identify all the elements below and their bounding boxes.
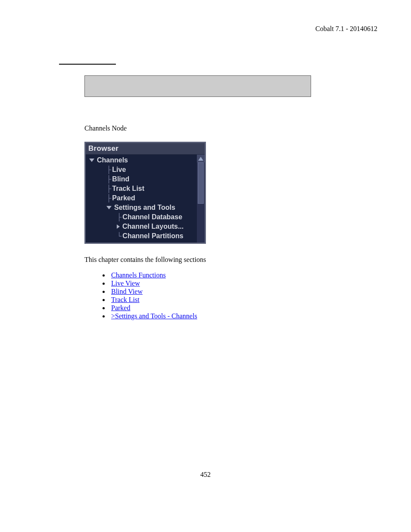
chevron-right-icon (117, 224, 120, 229)
tree-item-channels[interactable]: Channels (86, 156, 196, 165)
list-item: Live View (109, 280, 313, 287)
section-rule (59, 64, 116, 65)
list-item: Channels Functions (109, 271, 313, 279)
tree-label: Track List (112, 184, 144, 193)
content-area: Channels Node Browser Channels ├ Live ├ … (84, 75, 313, 327)
tree-item-live[interactable]: ├ Live (86, 165, 196, 174)
list-item: >Settings and Tools - Channels (109, 312, 313, 320)
link-settings-tools-channels[interactable]: >Settings and Tools - Channels (111, 312, 197, 320)
section-link-list: Channels Functions Live View Blind View … (84, 271, 313, 320)
tree-label: Channel Partitions (122, 231, 183, 241)
scroll-thumb[interactable] (198, 162, 204, 204)
up-arrow-icon (198, 157, 203, 161)
link-blind-view[interactable]: Blind View (111, 288, 143, 295)
chevron-down-icon (106, 206, 112, 209)
tree-item-blind[interactable]: ├ Blind (86, 174, 196, 184)
tree-branch-icon: ├ (106, 174, 111, 184)
tree-branch-end-icon: └ (117, 231, 121, 241)
scroll-up-button[interactable] (197, 155, 205, 162)
tree-branch-icon: ├ (117, 212, 121, 222)
list-item: Track List (109, 296, 313, 304)
tree-branch-icon: ├ (106, 165, 111, 174)
link-live-view[interactable]: Live View (111, 280, 140, 287)
chevron-down-icon (89, 159, 94, 162)
tree-branch-icon: ├ (106, 193, 111, 203)
intro-text: This chapter contains the following sect… (84, 256, 313, 264)
tree-branch-icon: ├ (106, 184, 111, 193)
tree-label: Channels (97, 156, 128, 165)
tree-item-parked[interactable]: ├ Parked (86, 193, 196, 203)
tree-item-channel-layouts[interactable]: Channel Layouts... (86, 222, 196, 231)
tree-label: Parked (112, 193, 135, 203)
tree-label: Blind (112, 174, 129, 184)
list-item: Parked (109, 304, 313, 312)
browser-scrollbar[interactable] (197, 155, 205, 243)
tree-label: Settings and Tools (114, 203, 175, 212)
browser-body: Channels ├ Live ├ Blind ├ Track List ├ P… (86, 155, 205, 243)
tree-item-channel-partitions[interactable]: └ Channel Partitions (86, 231, 196, 241)
link-parked[interactable]: Parked (111, 304, 130, 311)
tree-label: Channel Database (122, 212, 182, 222)
link-channels-functions[interactable]: Channels Functions (111, 271, 166, 279)
tree-item-channel-database[interactable]: ├ Channel Database (86, 212, 196, 222)
tree-label: Channel Layouts... (122, 222, 184, 231)
header-version: Cobalt 7.1 - 20140612 (315, 25, 377, 33)
tree-item-settings-tools[interactable]: Settings and Tools (86, 203, 196, 212)
browser-title: Browser (86, 143, 205, 155)
list-item: Blind View (109, 288, 313, 296)
empty-grey-box (84, 75, 311, 97)
browser-panel: Browser Channels ├ Live ├ Blind ├ Track … (84, 142, 206, 244)
page-number: 452 (0, 471, 411, 479)
figure-caption: Channels Node (84, 124, 313, 132)
tree-label: Live (112, 165, 126, 174)
link-track-list[interactable]: Track List (111, 296, 140, 303)
browser-tree: Channels ├ Live ├ Blind ├ Track List ├ P… (86, 156, 205, 241)
tree-item-track-list[interactable]: ├ Track List (86, 184, 196, 193)
